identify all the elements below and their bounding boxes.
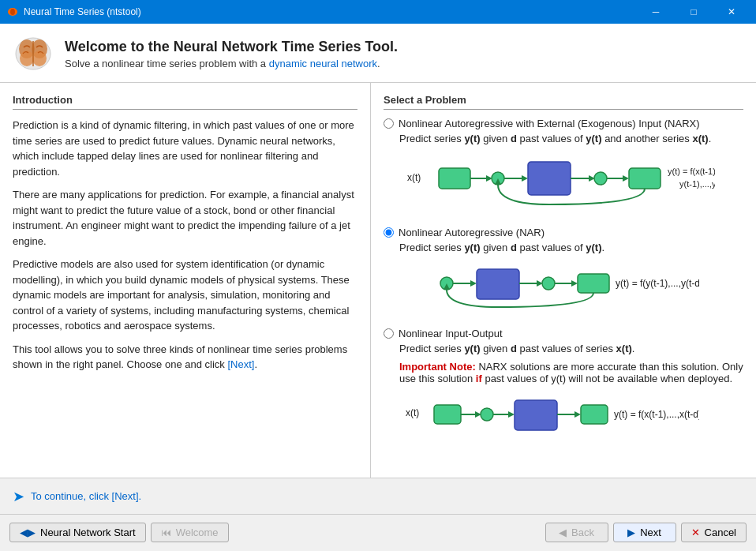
svg-rect-47 bbox=[581, 405, 608, 424]
nar-diagram: y(t) = f(y(t-1),...,y(t-d)) bbox=[399, 260, 743, 315]
svg-point-6 bbox=[32, 51, 47, 66]
svg-marker-27 bbox=[470, 280, 477, 287]
narx-desc: Predict series y(t) given d past values … bbox=[399, 133, 743, 144]
narx-diagram: x(t) bbox=[399, 151, 743, 214]
svg-text:y(t-1),...,y(t-d)): y(t-1),...,y(t-d)) bbox=[679, 179, 715, 189]
svg-marker-14 bbox=[522, 175, 528, 182]
close-button[interactable]: ✕ bbox=[713, 0, 750, 24]
svg-text:y(t) = f(y(t-1),...,y(t-d)): y(t) = f(y(t-1),...,y(t-d)) bbox=[616, 278, 699, 289]
minimize-button[interactable]: ─ bbox=[638, 0, 674, 24]
intro-para-2: There are many applications for predicti… bbox=[13, 187, 357, 249]
problems-title: Select a Problem bbox=[384, 94, 743, 110]
svg-text:x(t): x(t) bbox=[407, 172, 421, 183]
continue-bar: ➤ To continue, click [Next]. bbox=[0, 478, 756, 514]
svg-text:y(t) = f(x(t-1),...,x(t-d)): y(t) = f(x(t-1),...,x(t-d)) bbox=[614, 409, 699, 420]
svg-rect-38 bbox=[434, 405, 461, 424]
bottom-bar: ◀▶ Neural Network Start ⏮ Welcome ◀ Back… bbox=[0, 514, 756, 550]
svg-point-18 bbox=[594, 172, 607, 185]
header: Welcome to the Neural Network Time Serie… bbox=[0, 24, 756, 83]
window-controls[interactable]: ─ □ ✕ bbox=[638, 0, 750, 24]
next-button[interactable]: ▶ Next bbox=[613, 523, 676, 542]
brain-icon bbox=[13, 33, 54, 74]
nar-desc: Predict series y(t) given d past values … bbox=[399, 242, 743, 253]
svg-rect-9 bbox=[439, 168, 470, 189]
cancel-icon: ✕ bbox=[691, 527, 700, 538]
narx-radio[interactable] bbox=[384, 118, 394, 129]
welcome-icon: ⏮ bbox=[161, 527, 171, 538]
nio-option: Nonlinear Input-Output Predict series y(… bbox=[384, 328, 743, 438]
header-text: Welcome to the Neural Network Time Serie… bbox=[65, 39, 398, 69]
nar-option: Nonlinear Autoregressive (NAR) Predict s… bbox=[384, 227, 743, 315]
right-panel: Select a Problem Nonlinear Autoregressiv… bbox=[371, 83, 756, 478]
cancel-label: Cancel bbox=[705, 527, 736, 538]
svg-rect-28 bbox=[477, 269, 519, 299]
svg-marker-20 bbox=[623, 175, 629, 182]
svg-text:x(t): x(t) bbox=[406, 407, 419, 418]
nar-label-text: Nonlinear Autoregressive (NAR) bbox=[399, 227, 545, 238]
next-icon: ▶ bbox=[627, 527, 635, 538]
continue-arrow-icon: ➤ bbox=[13, 488, 24, 505]
svg-marker-33 bbox=[571, 280, 578, 287]
nar-label[interactable]: Nonlinear Autoregressive (NAR) bbox=[384, 227, 743, 238]
svg-rect-34 bbox=[578, 274, 609, 293]
svg-point-31 bbox=[542, 277, 555, 290]
title-bar: Neural Time Series (ntstool) ─ □ ✕ bbox=[0, 0, 756, 24]
app-icon bbox=[6, 6, 19, 18]
narx-label-text: Nonlinear Autoregressive with External (… bbox=[399, 118, 700, 129]
back-button[interactable]: ◀ Back bbox=[545, 523, 608, 542]
nio-important: Important Note: NARX solutions are more … bbox=[399, 361, 743, 384]
start-label: Neural Network Start bbox=[40, 527, 136, 538]
svg-point-5 bbox=[20, 51, 34, 66]
svg-rect-15 bbox=[528, 162, 571, 195]
svg-rect-44 bbox=[515, 400, 557, 430]
welcome-label: Welcome bbox=[176, 527, 219, 538]
window-title: Neural Time Series (ntstool) bbox=[24, 6, 638, 17]
nio-diagram: x(t) bbox=[399, 391, 743, 438]
intro-para-3: Predictive models are also used for syst… bbox=[13, 257, 357, 334]
svg-rect-21 bbox=[629, 168, 661, 189]
back-icon: ◀ bbox=[559, 527, 567, 538]
intro-para-1: Prediction is a kind of dynamic filterin… bbox=[13, 118, 357, 179]
svg-point-41 bbox=[481, 408, 493, 421]
maximize-button[interactable]: □ bbox=[676, 0, 712, 24]
welcome-button[interactable]: ⏮ Welcome bbox=[151, 523, 229, 542]
intro-title: Introduction bbox=[13, 94, 357, 110]
svg-marker-43 bbox=[508, 411, 515, 418]
page-title: Welcome to the Neural Network Time Serie… bbox=[65, 39, 398, 55]
narx-option: Nonlinear Autoregressive with External (… bbox=[384, 118, 743, 214]
nio-desc: Predict series y(t) given d past values … bbox=[399, 343, 743, 354]
left-panel: Introduction Prediction is a kind of dyn… bbox=[0, 83, 371, 478]
svg-point-1 bbox=[10, 9, 15, 15]
cancel-button[interactable]: ✕ Cancel bbox=[681, 523, 747, 542]
main-content: Introduction Prediction is a kind of dyn… bbox=[0, 83, 756, 478]
page-subtitle: Solve a nonlinear time series problem wi… bbox=[65, 58, 398, 69]
next-label: Next bbox=[640, 527, 661, 538]
start-icon: ◀▶ bbox=[20, 527, 36, 538]
svg-text:y(t) = f(x(t-1),...,x(t-d),: y(t) = f(x(t-1),...,x(t-d), bbox=[668, 167, 715, 176]
nio-label[interactable]: Nonlinear Input-Output bbox=[384, 328, 743, 339]
nio-radio[interactable] bbox=[384, 328, 394, 339]
narx-label[interactable]: Nonlinear Autoregressive with External (… bbox=[384, 118, 743, 129]
continue-text: To continue, click [Next]. bbox=[31, 490, 141, 502]
intro-para-4: This tool allows you to solve three kind… bbox=[13, 342, 357, 373]
nio-label-text: Nonlinear Input-Output bbox=[399, 328, 503, 339]
svg-marker-46 bbox=[574, 411, 581, 418]
back-label: Back bbox=[571, 527, 594, 538]
neural-network-start-button[interactable]: ◀▶ Neural Network Start bbox=[9, 523, 146, 542]
nar-radio[interactable] bbox=[384, 227, 394, 238]
